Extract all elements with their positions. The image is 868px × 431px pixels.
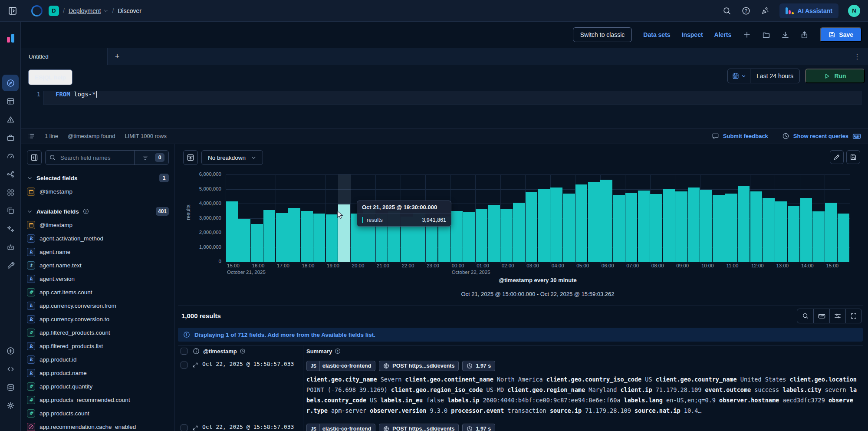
display-options-icon[interactable]: [829, 309, 845, 323]
histogram-bar[interactable]: [263, 210, 276, 262]
histogram-bar[interactable]: [713, 195, 725, 262]
download-icon[interactable]: [781, 30, 789, 39]
histogram-bar[interactable]: [788, 206, 800, 262]
save-chart-icon[interactable]: [846, 150, 860, 164]
alerts-link[interactable]: Alerts: [714, 31, 732, 38]
edit-chart-pencil-icon[interactable]: [830, 150, 844, 164]
info-icon[interactable]: [193, 348, 200, 355]
time-range-value[interactable]: Last 24 hours: [750, 72, 799, 79]
add-icon[interactable]: [2, 342, 19, 359]
histogram-bar[interactable]: [526, 192, 538, 262]
histogram-bar[interactable]: [550, 188, 562, 262]
summary-badge-js[interactable]: JSelastic-co-frontend: [306, 361, 375, 371]
fields-info-banner[interactable]: Displaying 1 of 712 fields. Add more fro…: [178, 328, 863, 342]
histogram-bar[interactable]: [450, 211, 463, 262]
histogram-bar[interactable]: [675, 191, 687, 262]
histogram-bar[interactable]: [625, 193, 638, 262]
keyboard-icon[interactable]: [813, 309, 829, 323]
summary-badge-js[interactable]: JSelastic-co-frontend: [306, 424, 375, 431]
query-input-line[interactable]: 1 FROM logs-*: [21, 91, 868, 105]
apps-grid-icon[interactable]: [2, 184, 19, 201]
dev-tools-icon[interactable]: [2, 361, 19, 377]
histogram-bar[interactable]: [750, 191, 763, 262]
show-recent-queries-link[interactable]: Show recent queries: [793, 133, 848, 139]
agents-icon[interactable]: [2, 239, 19, 255]
settings-gear-icon[interactable]: [2, 397, 19, 414]
histogram-bar[interactable]: [763, 198, 775, 262]
tab-options-menu-icon[interactable]: ⋮: [854, 48, 861, 65]
elastic-logo[interactable]: [31, 5, 43, 16]
field-item[interactable]: kapp.currency.conversion.from: [27, 299, 169, 313]
select-all-checkbox[interactable]: [181, 348, 187, 355]
field-item[interactable]: kagent.version: [27, 272, 169, 286]
summary-column-header[interactable]: Summary ?: [306, 348, 341, 355]
histogram-bar[interactable]: [700, 190, 712, 262]
new-tab-button[interactable]: +: [108, 48, 127, 65]
data-sets-link[interactable]: Data sets: [643, 31, 670, 38]
histogram-bar[interactable]: [251, 224, 263, 262]
histogram-bar[interactable]: [588, 182, 600, 262]
tools-wrench-icon[interactable]: [2, 257, 19, 273]
breakdown-select[interactable]: No breakdown: [201, 150, 263, 165]
user-avatar[interactable]: N: [848, 5, 860, 17]
tab-untitled[interactable]: Untitled: [21, 48, 108, 65]
summary-badge-clock[interactable]: 1.97 s: [462, 361, 495, 371]
histogram-bar[interactable]: [825, 203, 837, 262]
field-item[interactable]: app.recommendation.cache_enabled: [27, 420, 169, 431]
field-item[interactable]: #app.products.count: [27, 407, 169, 420]
available-fields-header[interactable]: Available fields ? 401: [27, 206, 169, 217]
histogram-bar[interactable]: [500, 209, 513, 262]
field-item[interactable]: @timestamp: [27, 218, 169, 232]
alerts-icon[interactable]: [2, 111, 19, 128]
histogram-bar[interactable]: [800, 198, 812, 262]
nav-menu-toggle-icon[interactable]: [6, 4, 19, 17]
histogram-plot[interactable]: Oct 21, 2025 @ 19:30:00.000 results 3,94…: [226, 174, 850, 262]
folder-icon[interactable]: [762, 30, 770, 39]
field-search-input[interactable]: [59, 154, 134, 161]
inventory-icon[interactable]: [2, 202, 19, 219]
ai-assistant-button[interactable]: AI Assistant: [779, 3, 838, 18]
save-button[interactable]: Save: [820, 27, 862, 42]
export-icon[interactable]: [800, 30, 809, 39]
field-item[interactable]: kapp.product.id: [27, 353, 169, 366]
field-item[interactable]: #app.product.quantity: [27, 380, 169, 393]
selected-fields-header[interactable]: Selected fields 1: [27, 173, 169, 183]
calendar-icon[interactable]: [728, 69, 750, 83]
summary-badge-clock[interactable]: 1.97 s: [462, 424, 495, 431]
keyboard-shortcuts-icon[interactable]: [852, 132, 861, 141]
timestamp-column-header[interactable]: @timestamp: [203, 348, 246, 355]
expand-row-icon[interactable]: [192, 362, 198, 368]
query-text[interactable]: FROM logs-*: [56, 91, 97, 105]
histogram-bar[interactable]: [838, 214, 850, 262]
help-icon[interactable]: ?: [741, 6, 751, 16]
histogram-bar[interactable]: [688, 188, 700, 262]
histogram-bar[interactable]: [613, 195, 625, 262]
time-picker[interactable]: Last 24 hours: [727, 69, 800, 83]
histogram-bar[interactable]: [238, 219, 250, 262]
histogram-bar[interactable]: [226, 201, 238, 262]
histogram-bar[interactable]: [812, 211, 825, 262]
field-item[interactable]: #app.products_recommended.count: [27, 393, 169, 407]
field-item[interactable]: tagent.name.text: [27, 259, 169, 272]
histogram-bar[interactable]: [600, 180, 612, 262]
submit-feedback-link[interactable]: Submit feedback: [723, 133, 768, 139]
field-filter-button[interactable]: 0: [134, 151, 168, 165]
histogram-bar[interactable]: [775, 201, 787, 262]
deployment-badge[interactable]: D: [49, 6, 59, 16]
field-item[interactable]: #app.filtered_products.count: [27, 326, 169, 339]
histogram-bar[interactable]: [313, 214, 326, 262]
histogram-bar[interactable]: [725, 194, 737, 262]
stack-database-icon[interactable]: [2, 379, 19, 395]
search-icon[interactable]: [722, 6, 732, 16]
histogram-bar[interactable]: [575, 184, 588, 262]
ai-sparkles-icon[interactable]: [2, 220, 19, 237]
field-search-box[interactable]: 0: [45, 150, 169, 165]
histogram-bar[interactable]: [513, 203, 525, 262]
machine-learning-icon[interactable]: [2, 166, 19, 182]
slos-gauge-icon[interactable]: [2, 148, 19, 164]
observability-logo-icon[interactable]: [4, 31, 16, 43]
switch-to-classic-button[interactable]: Switch to classic: [573, 27, 632, 42]
histogram-bar[interactable]: [638, 191, 650, 262]
field-item[interactable]: kagent.activation_method: [27, 232, 169, 245]
fullscreen-icon[interactable]: [845, 309, 861, 323]
